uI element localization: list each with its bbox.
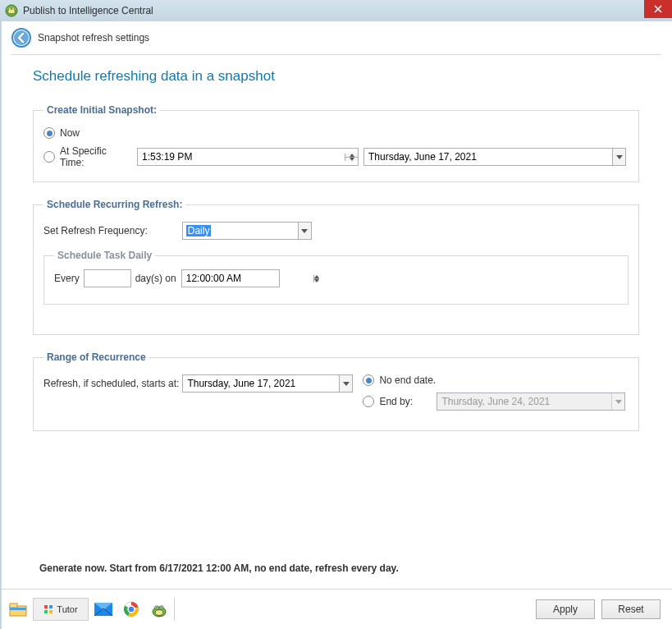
spinner-down-icon[interactable] [345, 158, 358, 161]
page-heading: Schedule refreshing data in a snapshot [33, 68, 639, 85]
svg-point-22 [156, 607, 158, 608]
close-icon [654, 5, 662, 13]
frequency-row: Set Refresh Frequency: Daily [43, 222, 629, 240]
end-by-label: End by: [379, 396, 437, 407]
main-content: Schedule refreshing data in a snapshot C… [0, 68, 672, 562]
window-title: Publish to Intelligence Central [23, 5, 153, 16]
daily-time-input[interactable] [182, 270, 313, 287]
apply-button[interactable]: Apply [536, 599, 595, 619]
start-date-arrow-icon[interactable] [339, 375, 352, 392]
svg-rect-9 [10, 604, 17, 608]
title-bar: Publish to Intelligence Central [0, 0, 672, 21]
radio-row-now: Now [43, 127, 629, 139]
create-initial-legend: Create Initial Snapshot: [43, 104, 160, 116]
svg-point-1 [8, 9, 16, 14]
frequency-label: Set Refresh Frequency: [43, 225, 148, 236]
breadcrumb: Snapshot refresh settings [0, 21, 672, 54]
toad-icon[interactable] [146, 598, 172, 621]
app-logo-icon [5, 4, 18, 17]
spinner-down-icon[interactable] [314, 279, 319, 282]
recurring-legend: Schedule Recurring Refresh: [43, 199, 185, 210]
range-of-recurrence-group: Range of Recurrence Refresh, if schedule… [33, 351, 639, 431]
specific-date-input[interactable] [364, 149, 612, 165]
end-by-date-field [437, 393, 625, 411]
daily-time-field[interactable] [181, 269, 280, 287]
specific-time-field[interactable] [137, 148, 359, 166]
svg-point-5 [13, 9, 14, 10]
date-dropdown-arrow-icon[interactable] [612, 149, 625, 165]
schedule-task-daily-group: Schedule Task Daily Every day(s) on [43, 250, 629, 305]
svg-point-19 [155, 610, 163, 616]
daily-legend: Schedule Task Daily [54, 250, 155, 261]
daily-time-spinner[interactable] [313, 275, 319, 282]
divider [0, 589, 672, 590]
create-initial-snapshot-group: Create Initial Snapshot: Now At Specific… [33, 104, 639, 182]
start-date-input[interactable] [183, 375, 339, 392]
svg-rect-12 [49, 605, 53, 608]
end-by-arrow-icon [611, 393, 624, 410]
svg-point-4 [10, 9, 11, 10]
svg-point-23 [161, 607, 162, 608]
summary-text: Generate now. Start from 6/17/2021 12:00… [0, 562, 672, 582]
back-button[interactable] [11, 28, 31, 48]
separator [174, 598, 175, 621]
svg-point-17 [128, 606, 135, 613]
radio-specific-label: At Specific Time: [60, 145, 132, 168]
frequency-value: Daily [186, 225, 212, 236]
time-spinner[interactable] [345, 154, 358, 161]
tutorial-label: Tutor [57, 604, 77, 614]
radio-end-by[interactable] [363, 396, 374, 407]
svg-point-7 [14, 30, 29, 45]
svg-rect-10 [10, 608, 26, 610]
starts-at-label: Refresh, if scheduled, starts at: [43, 374, 179, 389]
page-subtitle: Snapshot refresh settings [38, 32, 149, 44]
radio-now-label: Now [60, 127, 80, 139]
chrome-icon[interactable] [118, 598, 144, 621]
range-legend: Range of Recurrence [43, 351, 149, 363]
days-number-field[interactable] [84, 269, 131, 287]
tutorial-taskbar-button[interactable]: Tutor [33, 598, 89, 621]
radio-at-specific-time[interactable] [43, 151, 55, 163]
taskbar-icons: Tutor [5, 598, 172, 621]
bottom-bar: Tutor Apply Reset [0, 598, 672, 629]
schedule-recurring-group: Schedule Recurring Refresh: Set Refresh … [33, 199, 639, 335]
svg-rect-13 [44, 610, 48, 613]
file-explorer-icon[interactable] [5, 598, 31, 621]
frequency-dropdown[interactable]: Daily [182, 222, 312, 240]
mail-icon[interactable] [90, 598, 117, 621]
every-label: Every [54, 273, 80, 284]
svg-rect-14 [49, 610, 53, 613]
specific-date-field[interactable] [363, 148, 626, 166]
divider [11, 54, 661, 55]
close-button[interactable] [644, 0, 672, 18]
frequency-arrow-icon[interactable] [298, 223, 311, 239]
start-date-field[interactable] [182, 374, 353, 393]
end-by-date-input [437, 393, 611, 410]
svg-rect-11 [44, 605, 48, 608]
radio-no-end-date[interactable] [363, 374, 374, 386]
radio-now[interactable] [43, 127, 55, 139]
reset-button[interactable]: Reset [601, 599, 661, 619]
specific-time-input[interactable] [138, 149, 345, 165]
radio-row-specific-time: At Specific Time: [43, 145, 629, 168]
no-end-date-label: No end date. [379, 374, 436, 386]
days-unit-label: day(s) on [135, 273, 176, 284]
